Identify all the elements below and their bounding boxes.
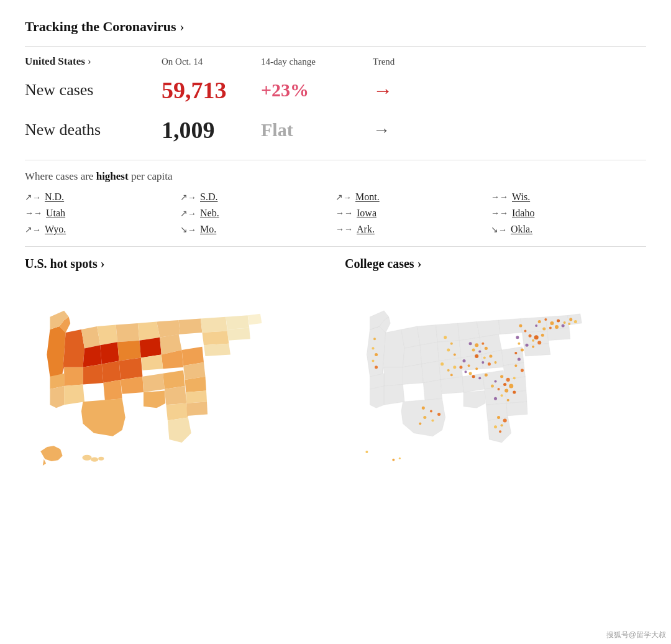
college-dot (562, 324, 565, 327)
college-dot (532, 346, 534, 348)
state-item[interactable]: ↗→ N.D. (25, 191, 180, 203)
state-ne (102, 361, 121, 383)
state-hi2 (91, 458, 98, 462)
state-item[interactable]: ↗→ Mont. (336, 191, 491, 203)
state-item[interactable]: →→ Iowa (336, 208, 491, 219)
state-item[interactable]: →→ Utah (25, 208, 180, 219)
watermark-label: 搜狐号@留学大叔 (606, 630, 666, 640)
college-dot (419, 423, 421, 425)
college-dot (482, 343, 484, 345)
college-dot (500, 375, 503, 378)
college-dot (472, 348, 475, 351)
college-dot (525, 344, 528, 347)
college-dot (509, 384, 513, 388)
college-dot (519, 324, 522, 327)
state-link[interactable]: Idaho (512, 208, 534, 219)
state-wi2 (139, 338, 161, 358)
college-dot (499, 430, 501, 433)
college-dot (437, 413, 440, 416)
state-nd (97, 324, 117, 345)
page-title[interactable]: Tracking the Coronavirus › (25, 19, 646, 35)
state-ms (142, 374, 164, 392)
hotspots-map-block: U.S. hot spots › (25, 257, 326, 495)
state-me-nh (248, 314, 262, 325)
hotspots-title[interactable]: U.S. hot spots › (25, 257, 326, 271)
college-dot (532, 339, 534, 342)
state-al (165, 386, 186, 405)
state-tn (163, 370, 185, 389)
college-dot (431, 420, 434, 422)
college-dot (542, 328, 545, 331)
college-dot (568, 323, 570, 325)
college-title[interactable]: College cases › (345, 257, 646, 271)
state-hi3 (98, 457, 104, 461)
state-ut (64, 367, 83, 386)
college-dot (518, 358, 521, 361)
college-dot (544, 318, 547, 321)
state-link[interactable]: S.D. (200, 191, 217, 203)
state-link[interactable]: N.D. (45, 191, 64, 203)
dot-ri (547, 328, 570, 341)
college-dot (472, 375, 475, 378)
college-dot (422, 407, 425, 410)
dot-al (485, 386, 506, 405)
state-item[interactable]: ↗→ Wyo. (25, 224, 180, 235)
stats-rows: New cases 59,713 +23% → New deaths 1,009… (25, 70, 646, 150)
state-item[interactable]: ↗→ Neb. (180, 208, 336, 219)
state-item[interactable]: →→ Idaho (491, 208, 646, 219)
state-link[interactable]: Utah (46, 208, 65, 219)
dot-az (370, 386, 384, 408)
state-link[interactable]: Okla. (511, 224, 532, 235)
dot-oh-mi (499, 318, 523, 334)
college-dot (482, 361, 484, 364)
dot-ut (384, 367, 403, 386)
college-dot (454, 353, 456, 356)
state-link[interactable]: Mo. (200, 224, 216, 235)
state-link[interactable]: Wyo. (45, 224, 66, 235)
state-id (63, 329, 84, 374)
state-link[interactable]: Mont. (355, 191, 380, 203)
college-dot (538, 320, 541, 323)
state-link[interactable]: Neb. (200, 208, 219, 219)
row-label: New deaths (25, 121, 162, 139)
state-item[interactable]: →→ Wis. (491, 191, 646, 203)
college-dot (447, 369, 450, 372)
dot-mo (439, 358, 463, 380)
stats-data-row: New deaths 1,009 Flat → (25, 110, 646, 150)
college-dot (498, 388, 500, 390)
college-dot (521, 369, 524, 372)
college-dot (459, 366, 462, 369)
state-link[interactable]: Wis. (512, 191, 530, 203)
college-dot (503, 383, 506, 386)
college-dot (506, 378, 510, 382)
state-item[interactable]: ↘→ Okla. (491, 224, 646, 235)
college-dot (504, 389, 508, 393)
dot-tn (483, 370, 504, 389)
college-dot (372, 360, 374, 362)
college-dot (501, 424, 503, 426)
row-value: 59,713 (162, 76, 261, 104)
change-header-label: 14-day change (261, 57, 373, 67)
state-item[interactable]: →→ Ark. (336, 224, 491, 235)
state-trend-arrow: ↗→ (336, 192, 352, 203)
state-link[interactable]: Ark. (357, 224, 375, 235)
dot-id (383, 329, 404, 374)
dot-co (403, 364, 423, 385)
college-dot (494, 397, 497, 400)
country-label[interactable]: United States › (25, 55, 162, 68)
college-dot (507, 399, 509, 402)
state-link[interactable]: Iowa (357, 208, 377, 219)
state-trend-arrow: ↗→ (25, 192, 41, 203)
college-dot (537, 341, 541, 344)
state-item[interactable]: ↗→ S.D. (180, 191, 336, 203)
college-dot (550, 321, 554, 325)
state-item[interactable]: ↘→ Mo. (180, 224, 336, 235)
state-sd (100, 342, 119, 364)
state-pa (202, 331, 229, 346)
college-dot (491, 384, 494, 387)
college-dot (375, 353, 378, 356)
row-trend: → (373, 79, 393, 102)
hotspots-map (25, 277, 326, 495)
state-md-va (204, 344, 231, 356)
college-dot (488, 362, 491, 366)
